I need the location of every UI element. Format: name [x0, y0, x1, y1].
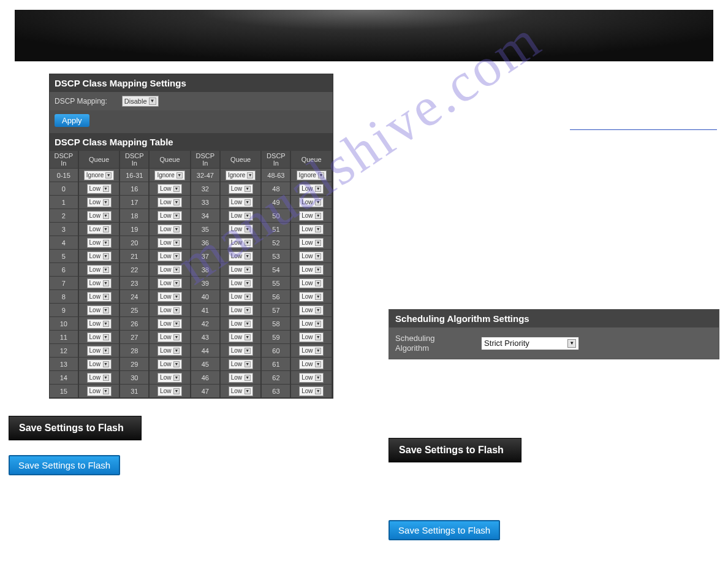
queue-select[interactable]: Low▼	[157, 359, 182, 369]
queue-select[interactable]: Low▼	[299, 278, 324, 288]
queue-select[interactable]: Low▼	[157, 332, 182, 342]
queue-select[interactable]: Low▼	[299, 292, 324, 302]
chevron-down-icon: ▼	[315, 199, 321, 205]
queue-select[interactable]: Low▼	[299, 346, 324, 356]
queue-select[interactable]: Low▼	[157, 278, 182, 288]
dscp-in-cell: 16	[119, 182, 149, 196]
dscp-in-cell: 62	[261, 371, 290, 385]
queue-select[interactable]: Low▼	[299, 319, 324, 329]
dscp-in-cell: 38	[191, 263, 220, 277]
chevron-down-icon: ▼	[103, 199, 109, 205]
queue-select[interactable]: Low▼	[299, 251, 324, 261]
queue-select[interactable]: Low▼	[229, 386, 253, 396]
queue-select[interactable]: Low▼	[229, 373, 253, 383]
save-settings-flash-button[interactable]: Save Settings to Flash	[9, 416, 142, 440]
dscp-mapping-select[interactable]: Disable ▼	[122, 96, 159, 107]
queue-value: Low	[160, 347, 171, 354]
queue-select[interactable]: Low▼	[229, 346, 253, 356]
queue-select[interactable]: Low▼	[299, 184, 324, 194]
queue-select[interactable]: Low▼	[87, 265, 112, 275]
queue-select[interactable]: Low▼	[157, 386, 182, 396]
queue-select[interactable]: Low▼	[87, 386, 112, 396]
queue-select[interactable]: Low▼	[299, 211, 324, 221]
queue-select[interactable]: Low▼	[87, 373, 112, 383]
queue-select[interactable]: Low▼	[229, 265, 253, 275]
queue-select[interactable]: Low▼	[87, 319, 112, 329]
queue-select[interactable]: Low▼	[157, 224, 182, 234]
save-settings-flash-button[interactable]: Save Settings to Flash	[389, 438, 521, 462]
queue-select[interactable]: Low▼	[157, 319, 182, 329]
right-link[interactable]	[570, 129, 717, 130]
queue-select[interactable]: Low▼	[87, 346, 112, 356]
queue-select[interactable]: Low▼	[157, 265, 182, 275]
dscp-in-cell: 0-15	[50, 169, 78, 182]
queue-select[interactable]: Low▼	[157, 305, 182, 315]
queue-select[interactable]: Low▼	[299, 305, 324, 315]
queue-select[interactable]: Low▼	[87, 251, 112, 261]
queue-select[interactable]: Low▼	[157, 211, 182, 221]
queue-value: Low	[231, 212, 242, 219]
chevron-down-icon: ▼	[245, 334, 251, 340]
chevron-down-icon: ▼	[315, 321, 321, 327]
queue-select[interactable]: Low▼	[229, 211, 253, 221]
chevron-down-icon: ▼	[245, 213, 251, 219]
dscp-in-cell: 58	[261, 317, 290, 331]
queue-select[interactable]: Low▼	[299, 359, 324, 369]
queue-select[interactable]: Low▼	[157, 184, 182, 194]
queue-select[interactable]: Low▼	[157, 346, 182, 356]
queue-value: Low	[89, 212, 100, 219]
queue-select[interactable]: Low▼	[229, 238, 253, 248]
queue-select[interactable]: Ignore▼	[154, 170, 184, 180]
queue-select[interactable]: Low▼	[299, 238, 324, 248]
queue-select[interactable]: Low▼	[87, 224, 112, 234]
queue-select[interactable]: Low▼	[229, 224, 253, 234]
queue-select[interactable]: Low▼	[157, 373, 182, 383]
dscp-in-cell: 47	[191, 385, 220, 398]
queue-value: Low	[231, 374, 242, 381]
queue-select[interactable]: Ignore▼	[226, 170, 256, 180]
queue-select[interactable]: Low▼	[87, 184, 112, 194]
queue-value: Ignore	[157, 172, 174, 178]
queue-select[interactable]: Low▼	[229, 319, 253, 329]
apply-button[interactable]: Apply	[55, 114, 89, 127]
queue-select[interactable]: Low▼	[229, 292, 253, 302]
queue-select[interactable]: Low▼	[87, 197, 112, 207]
queue-select[interactable]: Low▼	[229, 251, 253, 261]
chevron-down-icon: ▼	[318, 172, 324, 178]
queue-select[interactable]: Low▼	[157, 238, 182, 248]
queue-select[interactable]: Low▼	[299, 224, 324, 234]
queue-select[interactable]: Low▼	[229, 197, 253, 207]
queue-select[interactable]: Low▼	[157, 197, 182, 207]
table-row: 0-15Ignore▼16-31Ignore▼32-47Ignore▼48-63…	[50, 169, 332, 182]
queue-select[interactable]: Low▼	[299, 386, 324, 396]
dscp-in-cell: 12	[50, 344, 78, 358]
save-settings-flash-button[interactable]: Save Settings to Flash	[389, 520, 500, 540]
queue-select[interactable]: Low▼	[229, 332, 253, 342]
queue-select[interactable]: Low▼	[299, 197, 324, 207]
queue-select[interactable]: Low▼	[299, 332, 324, 342]
chevron-down-icon: ▼	[103, 226, 109, 232]
queue-select[interactable]: Ignore▼	[84, 170, 114, 180]
queue-select[interactable]: Low▼	[299, 373, 324, 383]
queue-value: Low	[301, 253, 313, 259]
queue-select[interactable]: Low▼	[229, 278, 253, 288]
queue-select[interactable]: Low▼	[229, 305, 253, 315]
queue-select[interactable]: Low▼	[87, 238, 112, 248]
queue-select[interactable]: Low▼	[87, 278, 112, 288]
save-settings-flash-button[interactable]: Save Settings to Flash	[9, 455, 120, 475]
queue-select[interactable]: Low▼	[157, 292, 182, 302]
queue-select[interactable]: Low▼	[87, 211, 112, 221]
queue-select[interactable]: Low▼	[229, 359, 253, 369]
scheduling-algorithm-select[interactable]: Strict Priority ▼	[481, 337, 579, 350]
queue-select[interactable]: Low▼	[87, 305, 112, 315]
queue-select[interactable]: Low▼	[299, 265, 324, 275]
page-banner	[15, 10, 713, 61]
queue-select[interactable]: Low▼	[157, 251, 182, 261]
queue-value: Low	[231, 185, 242, 192]
queue-select[interactable]: Low▼	[87, 359, 112, 369]
queue-select[interactable]: Low▼	[229, 184, 253, 194]
queue-select[interactable]: Ignore▼	[297, 170, 327, 180]
queue-value: Low	[89, 361, 100, 367]
queue-select[interactable]: Low▼	[87, 332, 112, 342]
queue-select[interactable]: Low▼	[87, 292, 112, 302]
